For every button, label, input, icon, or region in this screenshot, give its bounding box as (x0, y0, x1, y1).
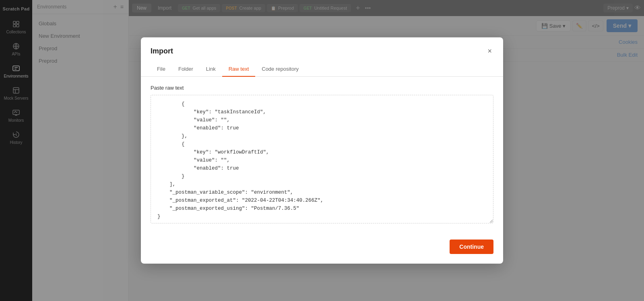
modal-tab-folder[interactable]: Folder (172, 62, 200, 77)
modal-close-button[interactable]: × (486, 45, 493, 57)
modal-tab-file[interactable]: File (151, 62, 172, 77)
modal-overlay: Import × File Folder Link Raw text Code … (0, 0, 644, 301)
modal-tab-code-repository[interactable]: Code repository (255, 62, 305, 77)
modal-body: Paste raw text { "key": "taskInstanceId"… (141, 77, 503, 233)
modal-tab-raw-text[interactable]: Raw text (222, 62, 256, 77)
modal-tabs: File Folder Link Raw text Code repositor… (141, 62, 503, 77)
modal-title: Import (151, 47, 486, 55)
raw-text-input[interactable]: { "key": "taskInstanceId", "value": "", … (151, 95, 493, 223)
paste-label: Paste raw text (151, 85, 493, 91)
modal-footer: Continue (141, 233, 503, 264)
modal-header: Import × (141, 37, 503, 57)
continue-button[interactable]: Continue (450, 240, 493, 254)
import-modal: Import × File Folder Link Raw text Code … (141, 37, 503, 264)
modal-tab-link[interactable]: Link (200, 62, 222, 77)
